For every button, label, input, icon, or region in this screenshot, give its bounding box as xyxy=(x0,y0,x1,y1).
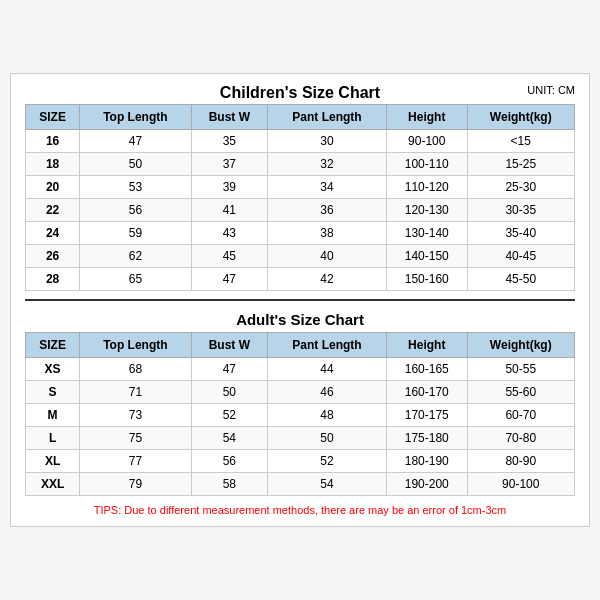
table-cell: 50-55 xyxy=(467,358,575,381)
table-cell: 160-165 xyxy=(386,358,467,381)
table-cell: 70-80 xyxy=(467,427,575,450)
table-cell: 150-160 xyxy=(386,268,467,291)
table-cell: 37 xyxy=(191,153,267,176)
unit-label: UNIT: CM xyxy=(527,84,575,96)
children-chart-title: Children's Size Chart UNIT: CM xyxy=(25,84,575,102)
table-cell: 25-30 xyxy=(467,176,575,199)
table-cell: 16 xyxy=(26,130,80,153)
table-cell: 44 xyxy=(268,358,387,381)
adult-col-size: SIZE xyxy=(26,333,80,358)
table-cell: 50 xyxy=(80,153,191,176)
table-cell: 47 xyxy=(80,130,191,153)
table-cell: 160-170 xyxy=(386,381,467,404)
table-row: 18503732100-11015-25 xyxy=(26,153,575,176)
children-col-pant: Pant Length xyxy=(268,105,387,130)
table-cell: L xyxy=(26,427,80,450)
table-row: 22564136120-13030-35 xyxy=(26,199,575,222)
children-col-height: Height xyxy=(386,105,467,130)
table-cell: 62 xyxy=(80,245,191,268)
table-cell: 180-190 xyxy=(386,450,467,473)
table-cell: 50 xyxy=(191,381,267,404)
table-cell: 56 xyxy=(191,450,267,473)
table-row: 24594338130-14035-40 xyxy=(26,222,575,245)
children-col-weight: Weight(kg) xyxy=(467,105,575,130)
table-row: 26624540140-15040-45 xyxy=(26,245,575,268)
table-cell: 54 xyxy=(191,427,267,450)
table-cell: 52 xyxy=(191,404,267,427)
table-cell: 75 xyxy=(80,427,191,450)
table-cell: 170-175 xyxy=(386,404,467,427)
table-cell: 120-130 xyxy=(386,199,467,222)
children-col-size: SIZE xyxy=(26,105,80,130)
table-row: L755450175-18070-80 xyxy=(26,427,575,450)
table-cell: XS xyxy=(26,358,80,381)
table-cell: 48 xyxy=(268,404,387,427)
children-col-top-length: Top Length xyxy=(80,105,191,130)
table-row: 28654742150-16045-50 xyxy=(26,268,575,291)
table-cell: 52 xyxy=(268,450,387,473)
table-cell: 68 xyxy=(80,358,191,381)
table-cell: 56 xyxy=(80,199,191,222)
table-cell: 71 xyxy=(80,381,191,404)
table-cell: 65 xyxy=(80,268,191,291)
adult-chart-title: Adult's Size Chart xyxy=(25,305,575,332)
table-cell: 110-120 xyxy=(386,176,467,199)
children-header-row: SIZE Top Length Bust W Pant Length Heigh… xyxy=(26,105,575,130)
table-cell: 35 xyxy=(191,130,267,153)
table-cell: 130-140 xyxy=(386,222,467,245)
adult-size-table: SIZE Top Length Bust W Pant Length Heigh… xyxy=(25,332,575,496)
table-cell: <15 xyxy=(467,130,575,153)
table-cell: 47 xyxy=(191,358,267,381)
table-cell: XXL xyxy=(26,473,80,496)
table-cell: 42 xyxy=(268,268,387,291)
table-cell: 190-200 xyxy=(386,473,467,496)
table-cell: 47 xyxy=(191,268,267,291)
table-cell: 20 xyxy=(26,176,80,199)
table-cell: 60-70 xyxy=(467,404,575,427)
table-cell: 41 xyxy=(191,199,267,222)
table-cell: XL xyxy=(26,450,80,473)
table-cell: 15-25 xyxy=(467,153,575,176)
table-cell: 90-100 xyxy=(467,473,575,496)
table-cell: 58 xyxy=(191,473,267,496)
children-col-bust: Bust W xyxy=(191,105,267,130)
table-row: M735248170-17560-70 xyxy=(26,404,575,427)
adult-title-text: Adult's Size Chart xyxy=(236,311,364,328)
children-size-table: SIZE Top Length Bust W Pant Length Heigh… xyxy=(25,104,575,291)
table-cell: 100-110 xyxy=(386,153,467,176)
table-cell: 140-150 xyxy=(386,245,467,268)
table-cell: 54 xyxy=(268,473,387,496)
table-cell: 30-35 xyxy=(467,199,575,222)
table-row: XXL795854190-20090-100 xyxy=(26,473,575,496)
table-row: XS684744160-16550-55 xyxy=(26,358,575,381)
table-cell: 45 xyxy=(191,245,267,268)
table-cell: 53 xyxy=(80,176,191,199)
table-cell: 40-45 xyxy=(467,245,575,268)
adult-col-weight: Weight(kg) xyxy=(467,333,575,358)
table-cell: 45-50 xyxy=(467,268,575,291)
table-cell: S xyxy=(26,381,80,404)
table-row: XL775652180-19080-90 xyxy=(26,450,575,473)
tips-text: TIPS: Due to different measurement metho… xyxy=(25,504,575,516)
table-row: 20533934110-12025-30 xyxy=(26,176,575,199)
table-cell: 28 xyxy=(26,268,80,291)
table-cell: 35-40 xyxy=(467,222,575,245)
table-cell: 90-100 xyxy=(386,130,467,153)
adult-header-row: SIZE Top Length Bust W Pant Length Heigh… xyxy=(26,333,575,358)
table-cell: 80-90 xyxy=(467,450,575,473)
table-cell: 39 xyxy=(191,176,267,199)
adult-col-bust: Bust W xyxy=(191,333,267,358)
table-cell: 36 xyxy=(268,199,387,222)
children-title-text: Children's Size Chart xyxy=(220,84,380,101)
table-cell: 26 xyxy=(26,245,80,268)
table-cell: 40 xyxy=(268,245,387,268)
table-cell: 22 xyxy=(26,199,80,222)
table-cell: 59 xyxy=(80,222,191,245)
table-cell: 55-60 xyxy=(467,381,575,404)
table-row: S715046160-17055-60 xyxy=(26,381,575,404)
chart-container: Children's Size Chart UNIT: CM SIZE Top … xyxy=(10,73,590,527)
table-cell: 34 xyxy=(268,176,387,199)
adult-col-top-length: Top Length xyxy=(80,333,191,358)
table-row: 1647353090-100<15 xyxy=(26,130,575,153)
table-cell: 77 xyxy=(80,450,191,473)
